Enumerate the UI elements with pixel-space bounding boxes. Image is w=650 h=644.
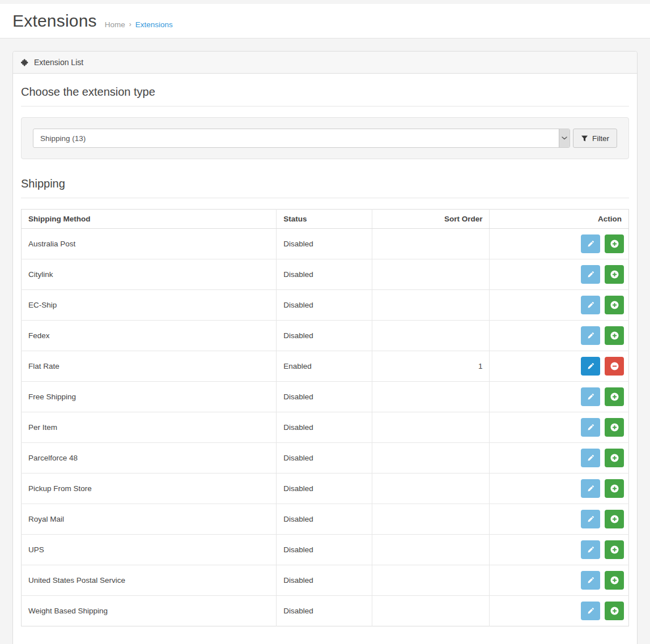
pencil-icon (587, 240, 594, 248)
install-button[interactable] (605, 571, 624, 590)
shipping-method-cell: UPS (22, 535, 277, 565)
edit-button[interactable] (581, 387, 600, 406)
sort-order-cell (372, 382, 490, 412)
install-button[interactable] (605, 418, 624, 437)
install-button[interactable] (605, 387, 624, 406)
status-cell: Disabled (277, 290, 372, 321)
extension-type-select[interactable]: Shipping (13) (33, 129, 570, 148)
table-row: Parcelforce 48 Disabled (22, 443, 629, 474)
plus-circle-icon (610, 575, 619, 585)
action-cell (490, 565, 629, 596)
col-header-sort-order: Sort Order (372, 210, 490, 229)
uninstall-button[interactable] (605, 357, 624, 376)
pencil-icon (587, 424, 594, 431)
sort-order-cell (372, 443, 490, 474)
shipping-method-cell: Royal Mail (22, 504, 277, 535)
status-cell: Disabled (277, 382, 372, 412)
filter-button-label: Filter (592, 134, 609, 143)
shipping-method-cell: Pickup From Store (22, 474, 277, 504)
shipping-method-cell: Flat Rate (22, 351, 277, 382)
extension-list-panel: Extension List Choose the extension type… (12, 51, 638, 644)
install-button[interactable] (605, 326, 624, 345)
edit-button[interactable] (581, 265, 600, 284)
install-button[interactable] (605, 234, 624, 253)
plus-circle-icon (610, 453, 619, 463)
panel-heading: Extension List (13, 52, 637, 74)
action-cell (490, 382, 629, 412)
shipping-method-cell: Free Shipping (22, 382, 277, 412)
action-cell (490, 535, 629, 565)
status-cell: Disabled (277, 229, 372, 259)
plus-circle-icon (610, 484, 619, 493)
sort-order-cell (372, 229, 490, 259)
edit-button[interactable] (581, 296, 600, 314)
shipping-method-cell: Weight Based Shipping (22, 596, 277, 626)
install-button[interactable] (605, 510, 624, 528)
pencil-icon (587, 332, 594, 339)
edit-button[interactable] (581, 510, 600, 528)
table-row: Weight Based Shipping Disabled (22, 596, 629, 626)
extension-type-selected-value: Shipping (13) (33, 134, 86, 143)
edit-button[interactable] (581, 234, 600, 253)
chevron-down-icon[interactable] (559, 129, 570, 147)
action-cell (490, 229, 629, 259)
breadcrumb-extensions-link[interactable]: Extensions (135, 20, 173, 29)
plus-circle-icon (610, 331, 619, 340)
table-row: Flat Rate Enabled 1 (22, 351, 629, 382)
panel-heading-label: Extension List (34, 58, 83, 67)
install-button[interactable] (605, 296, 624, 314)
plus-circle-icon (610, 514, 619, 524)
edit-button[interactable] (581, 326, 600, 345)
table-row: United States Postal Service Disabled (22, 565, 629, 596)
install-button[interactable] (605, 265, 624, 284)
action-cell (490, 596, 629, 626)
pencil-icon (587, 393, 594, 400)
action-cell (490, 290, 629, 321)
edit-button[interactable] (581, 571, 600, 590)
pencil-icon (587, 454, 594, 462)
edit-button[interactable] (581, 479, 600, 498)
edit-button[interactable] (581, 418, 600, 437)
status-cell: Disabled (277, 443, 372, 474)
extension-type-well: Shipping (13) Filter (21, 117, 629, 159)
pencil-icon (587, 362, 594, 370)
shipping-method-cell: EC-Ship (22, 290, 277, 321)
table-row: Free Shipping Disabled (22, 382, 629, 412)
puzzle-piece-icon (21, 58, 29, 67)
sort-order-cell (372, 596, 490, 626)
status-cell: Disabled (277, 474, 372, 504)
install-button[interactable] (605, 449, 624, 467)
shipping-method-cell: Australia Post (22, 229, 277, 259)
panel-body: Choose the extension type Shipping (13) … (13, 74, 637, 644)
pencil-icon (587, 607, 594, 615)
install-button[interactable] (605, 540, 624, 559)
edit-button[interactable] (581, 602, 600, 620)
edit-button[interactable] (581, 449, 600, 467)
breadcrumb-home[interactable]: Home (105, 20, 125, 29)
shipping-method-cell: United States Postal Service (22, 565, 277, 596)
pencil-icon (587, 485, 594, 492)
content-area: Extension List Choose the extension type… (0, 39, 650, 644)
table-row: EC-Ship Disabled (22, 290, 629, 321)
table-row: Royal Mail Disabled (22, 504, 629, 535)
install-button[interactable] (605, 602, 624, 620)
filter-button[interactable]: Filter (573, 129, 617, 148)
plus-circle-icon (610, 545, 619, 555)
status-cell: Disabled (277, 535, 372, 565)
table-row: Per Item Disabled (22, 412, 629, 443)
sort-order-cell (372, 474, 490, 504)
install-button[interactable] (605, 479, 624, 498)
action-cell (490, 443, 629, 474)
action-cell (490, 412, 629, 443)
sort-order-cell (372, 504, 490, 535)
pencil-icon (587, 301, 594, 309)
table-header-row: Shipping Method Status Sort Order Action (22, 210, 629, 229)
plus-circle-icon (610, 423, 619, 432)
status-cell: Enabled (277, 351, 372, 382)
sort-order-cell (372, 259, 490, 290)
sort-order-cell (372, 321, 490, 351)
edit-button[interactable] (581, 357, 600, 376)
shipping-method-cell: Per Item (22, 412, 277, 443)
table-row: Citylink Disabled (22, 259, 629, 290)
edit-button[interactable] (581, 540, 600, 559)
